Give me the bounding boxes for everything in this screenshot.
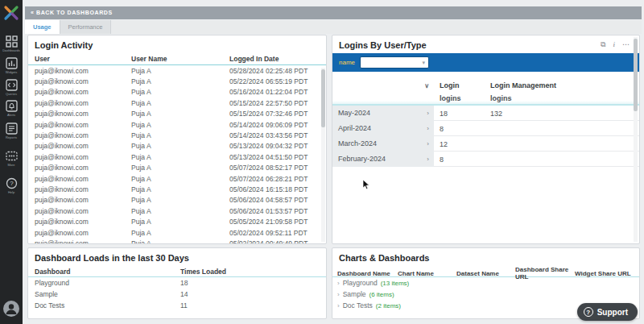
logged-in-date: 05/28/2024 02:25:48 PDT	[229, 67, 326, 75]
login-activity-row: puja@iknowi.com Puja A 05/28/2024 02:25:…	[28, 65, 326, 76]
subheader-logins-management[interactable]: logins	[485, 94, 581, 102]
login-count: 8	[434, 125, 485, 133]
column-header-dataset-name[interactable]: Dataset Name	[456, 270, 515, 277]
expand-tree-icon[interactable]: ›	[337, 280, 340, 287]
logins-period-row[interactable]: April-2024 › 8	[332, 121, 639, 136]
logins-table: ∨ Login Login Management logins logins M…	[332, 78, 639, 167]
logins-period-row[interactable]: March-2024 › 12	[332, 136, 639, 152]
charts-dashboards-header: Dashboard Name Chart Name Dataset Name D…	[332, 266, 639, 277]
subheader-logins[interactable]: logins	[434, 94, 485, 102]
scrollbar-thumb[interactable]	[321, 69, 325, 127]
expand-row-icon[interactable]: ›	[427, 152, 434, 167]
user-email: puja@iknowi.com	[35, 99, 131, 107]
column-header-date[interactable]: Logged In Date	[229, 55, 326, 63]
charts-tree-row[interactable]: › Sample (6 items)	[332, 289, 639, 300]
user-name: Puja A	[131, 175, 229, 183]
expand-tree-icon[interactable]: ›	[337, 302, 340, 309]
column-header-login-management[interactable]: Login Management	[485, 81, 581, 89]
user-email: puja@iknowi.com	[35, 153, 131, 161]
user-name: Puja A	[131, 88, 229, 96]
sidebar-item-help[interactable]: ? Help	[0, 177, 23, 194]
dashboard-loads-body: Playground 18 Sample 14 Doc Tests 11	[28, 277, 326, 311]
user-email: puja@iknowi.com	[35, 131, 131, 139]
name-filter-select[interactable]: ▾	[360, 56, 429, 69]
column-header-times-loaded[interactable]: Times Loaded	[180, 268, 326, 276]
export-icon[interactable]: ⧉	[601, 40, 605, 49]
sidebar-label: More	[0, 163, 23, 167]
expand-row-icon[interactable]: ›	[427, 106, 434, 121]
chevron-down-icon: ▾	[423, 60, 426, 66]
user-name: Puja A	[131, 229, 229, 237]
info-icon[interactable]: i	[613, 40, 615, 48]
login-activity-row: puja@iknowi.com Puja A 05/16/2024 01:22:…	[28, 87, 326, 98]
sidebar-item-alerts[interactable]: Alerts	[0, 100, 23, 117]
filter-bar: name ▾	[332, 53, 639, 72]
user-email: puja@iknowi.com	[35, 175, 131, 183]
charts-tree-row[interactable]: › Playground (13 items)	[332, 277, 639, 289]
user-name: Puja A	[131, 131, 229, 139]
user-email: puja@iknowi.com	[35, 239, 131, 244]
column-header-user[interactable]: User	[35, 55, 131, 63]
back-to-dashboards-bar[interactable]: « BACK TO DASHBOARDS	[25, 6, 642, 19]
login-activity-scrollbar[interactable]	[321, 68, 325, 242]
login-activity-row: puja@iknowi.com Puja A 05/07/2024 06:28:…	[28, 173, 326, 184]
user-email: puja@iknowi.com	[35, 142, 131, 150]
tab-performance[interactable]: Performance	[60, 20, 112, 34]
logins-period-row[interactable]: May-2024 › 18 132	[332, 106, 639, 121]
sidebar-item-reports[interactable]: Reports	[0, 123, 23, 139]
logged-in-date: 05/15/2024 07:32:46 PDT	[229, 110, 326, 118]
dashboards-grid-icon	[6, 35, 18, 48]
user-name: Puja A	[131, 239, 229, 244]
user-name: Puja A	[131, 207, 229, 215]
column-header-username[interactable]: User Name	[131, 55, 229, 63]
login-activity-panel: Login Activity User User Name Logged In …	[27, 35, 327, 244]
sidebar-item-dashboards[interactable]: Dashboards	[0, 35, 23, 52]
login-activity-row: puja@iknowi.com Puja A 05/15/2024 07:32:…	[28, 109, 326, 119]
more-options-icon[interactable]: ⋯	[622, 40, 630, 48]
times-loaded-value: 11	[180, 301, 326, 309]
logins-group-header: ∨ Login Login Management	[332, 78, 639, 93]
logged-in-date: 05/14/2024 09:06:09 PDT	[229, 121, 326, 129]
sidebar-item-widgets[interactable]: Widgets	[0, 57, 23, 74]
support-button[interactable]: ? Support	[577, 303, 638, 321]
user-email: puja@iknowi.com	[35, 229, 131, 237]
svg-text:?: ?	[10, 180, 14, 187]
logins-period-row[interactable]: February-2024 › 8	[332, 152, 639, 167]
sidebar-label: Help	[0, 190, 23, 194]
scrollbar-thumb[interactable]	[634, 39, 638, 111]
column-header-login[interactable]: Login	[434, 81, 485, 89]
sidebar-label: Alerts	[0, 113, 23, 117]
user-name: Puja A	[131, 99, 229, 107]
column-header-dashboard-share-url[interactable]: Dashboard Share URL	[515, 266, 575, 280]
period-label: March-2024	[332, 136, 427, 152]
more-ellipsis-icon	[6, 150, 18, 162]
user-email: puja@iknowi.com	[35, 185, 131, 193]
expand-row-icon[interactable]: ›	[427, 121, 434, 136]
sidebar-item-more[interactable]: More	[0, 150, 23, 167]
back-to-dashboards-label: « BACK TO DASHBOARDS	[31, 10, 113, 15]
column-header-dashboard-name[interactable]: Dashboard Name	[337, 270, 398, 277]
logins-by-type-panel: Logins By User/Type ⧉ i ⋯ name ▾ ∨ Login…	[332, 35, 640, 244]
login-activity-header: User User Name Logged In Date	[28, 53, 326, 65]
sidebar-label: Widgets	[0, 70, 23, 74]
knowi-logo-icon[interactable]	[3, 5, 19, 21]
logins-panel-scrollbar[interactable]	[634, 37, 638, 242]
column-header-dashboard[interactable]: Dashboard	[35, 268, 180, 276]
user-avatar[interactable]	[3, 301, 19, 317]
tab-usage[interactable]: Usage	[25, 20, 60, 34]
login-activity-row: puja@iknowi.com Puja A 05/13/2024 09:04:…	[28, 141, 326, 152]
user-name: Puja A	[131, 164, 229, 172]
help-question-icon: ?	[6, 177, 18, 189]
sidebar-item-queries[interactable]: Queries	[0, 79, 23, 96]
logged-in-date: 05/13/2024 04:51:50 PDT	[229, 153, 326, 161]
times-loaded-value: 18	[180, 279, 326, 287]
logged-in-date: 05/05/2024 21:09:58 PDT	[229, 218, 326, 226]
expand-tree-icon[interactable]: ›	[337, 291, 340, 298]
collapse-column-icon[interactable]: ∨	[332, 82, 434, 89]
login-activity-row: puja@iknowi.com Puja A 05/14/2024 03:43:…	[28, 130, 326, 140]
column-header-chart-name[interactable]: Chart Name	[398, 270, 456, 277]
column-header-widget-share-url[interactable]: Widget Share URL	[575, 270, 639, 277]
user-email: puja@iknowi.com	[35, 88, 131, 96]
login-activity-row: puja@iknowi.com Puja A 05/13/2024 04:51:…	[28, 152, 326, 162]
expand-row-icon[interactable]: ›	[427, 136, 434, 152]
